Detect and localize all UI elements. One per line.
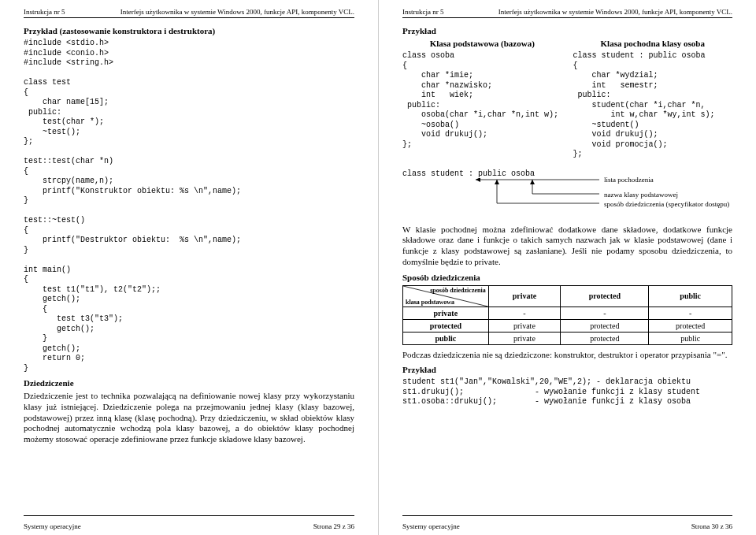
footer-sys: Systemy operacyjne: [402, 522, 460, 530]
header: Instrukcja nr 5 Interfejs użytkownika w …: [402, 8, 732, 16]
page-right: Instrukcja nr 5 Interfejs użytkownika w …: [378, 0, 756, 535]
col-h-2: public: [649, 285, 732, 307]
inherit-line: class student : public osoba: [402, 169, 732, 178]
row-h-0: private: [403, 307, 489, 319]
inherit-arrows-svg: [402, 178, 733, 214]
code-base: class osoba { char *imie; char *nazwisko…: [402, 51, 562, 150]
row-h-2: public: [403, 332, 489, 344]
header-right: Interfejs użytkownika w systemie Windows…: [120, 8, 354, 16]
ann-base: nazwa klasy podstawowej: [604, 191, 678, 199]
header: Instrukcja nr 5 Interfejs użytkownika w …: [24, 8, 354, 16]
cell: protected: [561, 319, 649, 332]
footer-rule: [24, 515, 354, 516]
svg-marker-7: [495, 180, 499, 184]
left-para-1: Dziedziczenie jest to technika pozwalają…: [24, 391, 354, 445]
col-h-0: private: [488, 285, 561, 307]
footer-page: Strona 30 z 36: [691, 522, 732, 530]
class-columns: Klasa podstawowa (bazowa) class osoba { …: [402, 39, 732, 165]
footer: Systemy operacyjne Strona 30 z 36: [402, 522, 732, 530]
right-para-2: Podczas dziedziczenia nie są dziedziczon…: [402, 350, 732, 361]
header-left: Instrukcja nr 5: [24, 8, 65, 16]
cell: -: [649, 307, 732, 319]
left-title-1: Przykład (zastosowanie konstruktora i de…: [24, 26, 354, 35]
col-base-head: Klasa podstawowa (bazowa): [402, 39, 562, 48]
ann-list: lista pochodzenia: [604, 176, 654, 184]
cell: public: [649, 332, 732, 344]
right-code-2: student st1("Jan","Kowalski",20,"WE",2);…: [402, 377, 732, 407]
header-left: Instrukcja nr 5: [402, 8, 443, 16]
right-title-1: Przykład: [402, 26, 732, 35]
diag-top: sposób dziedziczenia: [430, 287, 485, 294]
left-title-2: Dziedziczenie: [24, 378, 354, 388]
cell: protected: [649, 319, 732, 332]
row-h-1: protected: [403, 319, 489, 332]
ann-spec: sposób dziedziczenia (specyfikator dostę…: [604, 200, 729, 208]
footer-rule: [402, 515, 732, 516]
header-rule: [402, 17, 732, 18]
right-title-3: Przykład: [402, 365, 732, 374]
col-h-1: protected: [561, 285, 649, 307]
header-right: Interfejs użytkownika w systemie Windows…: [498, 8, 732, 16]
cell: -: [561, 307, 649, 319]
inheritance-diagram: class student : public osoba lista pocho…: [402, 169, 732, 214]
svg-marker-1: [476, 178, 480, 182]
page-left: Instrukcja nr 5 Interfejs użytkownika w …: [0, 0, 378, 535]
right-para-1: W klasie pochodnej można zdefiniować dod…: [402, 225, 732, 268]
col-der-head: Klasa pochodna klasy osoba: [573, 39, 733, 48]
cell: protected: [561, 332, 649, 344]
footer: Systemy operacyjne Strona 29 z 36: [24, 522, 354, 530]
cell: private: [488, 319, 561, 332]
footer-sys: Systemy operacyjne: [24, 522, 81, 530]
left-code-1: #include <stdio.h> #include <conio.h> #i…: [24, 39, 354, 373]
svg-marker-4: [530, 180, 535, 184]
footer-page: Strona 29 z 36: [313, 522, 354, 530]
inheritance-table: sposób dziedziczenia klasa podstawowa pr…: [402, 285, 732, 345]
code-derived: class student : public osoba { char *wyd…: [573, 51, 733, 160]
right-title-2: Sposób dziedziczenia: [402, 273, 732, 282]
header-rule: [24, 17, 354, 18]
diag-bottom: klasa podstawowa: [406, 299, 454, 306]
cell: -: [488, 307, 561, 319]
cell: private: [488, 332, 561, 344]
